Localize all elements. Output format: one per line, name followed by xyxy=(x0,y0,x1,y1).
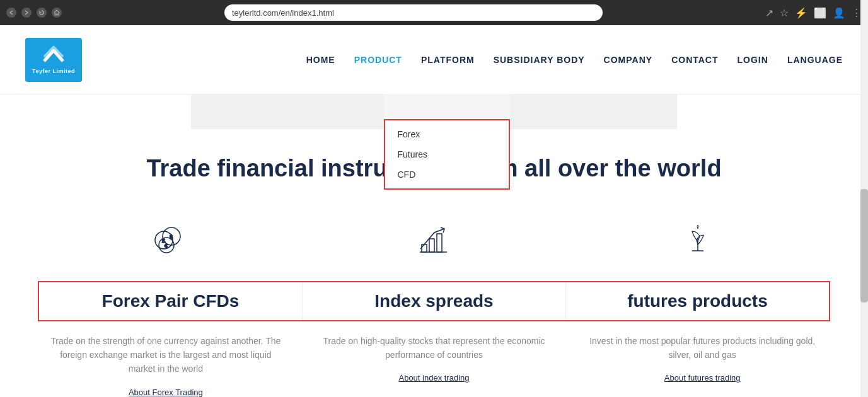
window-icon[interactable]: ⬜ xyxy=(814,7,826,19)
navbar: Teyfer Limited HOME PRODUCT PLATFORM SUB… xyxy=(0,25,868,95)
share-icon[interactable]: ↗ xyxy=(765,7,773,19)
dropdown-menu: Forex Futures CFD xyxy=(384,119,510,190)
features-icons-row: £ $ € xyxy=(0,196,868,281)
extensions-icon[interactable]: ⚡ xyxy=(795,7,807,19)
dropdown-forex[interactable]: Forex xyxy=(385,124,509,144)
star-icon[interactable]: ☆ xyxy=(780,7,789,19)
feature-forex-icon-col: £ $ € xyxy=(38,221,302,268)
nav-contact[interactable]: CONTACT xyxy=(671,55,718,65)
feature-futures-icon-col xyxy=(566,221,830,268)
feature-titles-container: Forex Pair CFDs Index spreads futures pr… xyxy=(38,281,830,321)
svg-rect-7 xyxy=(429,239,434,252)
nav-product[interactable]: PRODUCT xyxy=(354,55,402,65)
svg-rect-6 xyxy=(422,245,427,252)
nav-home[interactable]: HOME xyxy=(306,55,335,65)
feature-desc-forex: Trade on the strength of one currency ag… xyxy=(38,334,294,397)
logo-text: Teyfer Limited xyxy=(32,68,75,74)
forex-icon: £ $ € xyxy=(153,221,187,259)
nav-subsidiary[interactable]: SUBSIDIARY BODY xyxy=(494,55,585,65)
feature-desc-index: Trade on high-quality stocks that repres… xyxy=(306,334,562,397)
feature-index-icon-col xyxy=(302,221,566,268)
svg-text:$: $ xyxy=(170,234,173,240)
index-icon xyxy=(417,221,451,259)
feature-title-forex: Forex Pair CFDs xyxy=(39,282,303,320)
about-forex-link[interactable]: About Forex Trading xyxy=(50,386,281,397)
dropdown-cfd[interactable]: CFD xyxy=(385,164,509,185)
nav-platform[interactable]: PLATFORM xyxy=(421,55,475,65)
browser-toolbar-icons: ↗ ☆ ⚡ ⬜ 👤 ⋮ xyxy=(765,7,862,19)
browser-chrome: teylerltd.com/en/index1.html ↗ ☆ ⚡ ⬜ 👤 ⋮ xyxy=(0,0,868,25)
feature-title-index: Index spreads xyxy=(303,282,566,320)
dropdown-futures[interactable]: Futures xyxy=(385,144,509,164)
feature-title-futures: futures products xyxy=(566,282,829,320)
nav-login[interactable]: LOGIN xyxy=(738,55,768,65)
svg-rect-8 xyxy=(437,234,442,252)
product-dropdown: Forex Futures CFD xyxy=(384,94,510,190)
logo[interactable]: Teyfer Limited xyxy=(25,38,82,82)
svg-text:€: € xyxy=(165,243,168,249)
about-futures-link[interactable]: About futures trading xyxy=(587,372,818,385)
scrollbar[interactable] xyxy=(860,0,868,397)
futures-icon xyxy=(681,221,715,259)
reload-button[interactable] xyxy=(37,8,47,18)
nav-company[interactable]: COMPANY xyxy=(604,55,653,65)
nav-links: HOME PRODUCT PLATFORM SUBSIDIARY BODY CO… xyxy=(306,55,843,65)
nav-language[interactable]: LANGUAGE xyxy=(787,55,843,65)
home-button[interactable] xyxy=(52,8,62,18)
forward-button[interactable] xyxy=(21,8,32,18)
profile-icon[interactable]: 👤 xyxy=(833,7,845,19)
address-bar[interactable]: teylerltd.com/en/index1.html xyxy=(224,4,603,21)
about-index-link[interactable]: About index trading xyxy=(319,372,550,385)
feature-descriptions: Trade on the strength of one currency ag… xyxy=(0,321,868,397)
back-button[interactable] xyxy=(6,8,16,18)
scrollbar-thumb[interactable] xyxy=(860,189,868,302)
feature-desc-futures: Invest in the most popular futures produ… xyxy=(574,334,830,397)
